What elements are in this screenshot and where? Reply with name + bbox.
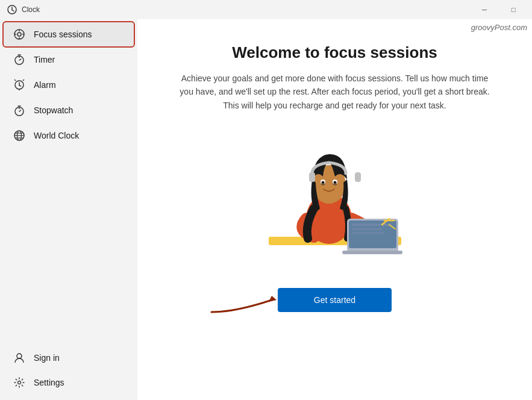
svg-point-38: [321, 181, 324, 184]
stopwatch-icon: [13, 104, 25, 116]
maximize-button[interactable]: □: [499, 0, 527, 19]
alarm-label: Alarm: [34, 80, 56, 90]
title-bar: Clock ─ □: [0, 0, 532, 19]
timer-icon: [13, 54, 25, 66]
svg-marker-51: [269, 296, 277, 302]
title-bar-controls: ─ □: [471, 0, 527, 19]
timer-label: Timer: [34, 55, 55, 64]
settings-icon: [13, 377, 25, 389]
svg-line-21: [19, 110, 21, 111]
title-bar-left: Clock: [7, 5, 40, 14]
sidebar-item-focus-sessions[interactable]: Focus sessions: [4, 22, 134, 46]
get-started-button[interactable]: Get started: [278, 288, 392, 312]
svg-line-12: [19, 59, 21, 60]
svg-rect-47: [342, 251, 402, 254]
svg-rect-46: [352, 232, 385, 234]
page-title: Welcome to focus sessions: [232, 43, 437, 62]
svg-rect-41: [355, 172, 361, 182]
alarm-icon: [13, 79, 25, 91]
stopwatch-label: Stopwatch: [34, 105, 73, 115]
sidebar-item-alarm[interactable]: Alarm: [4, 73, 134, 97]
person-icon: [13, 352, 25, 364]
nav-bottom: Sign in Settings: [0, 345, 137, 400]
sign-in-label: Sign in: [34, 353, 60, 363]
sidebar-item-timer[interactable]: Timer: [4, 48, 134, 72]
world-clock-label: World Clock: [34, 131, 79, 140]
settings-label: Settings: [34, 378, 64, 387]
svg-rect-45: [352, 228, 382, 230]
page-description: Achieve your goals and get more done wit…: [178, 72, 492, 112]
svg-rect-44: [352, 223, 391, 226]
svg-line-17: [19, 86, 21, 87]
svg-line-14: [14, 80, 16, 81]
illustration: [245, 131, 425, 264]
svg-line-2: [12, 10, 14, 11]
sidebar-item-world-clock[interactable]: World Clock: [4, 123, 134, 148]
svg-line-15: [23, 80, 24, 81]
sidebar: Focus sessions Timer: [0, 19, 137, 400]
minimize-button[interactable]: ─: [471, 0, 498, 19]
arrow-annotation: [205, 285, 284, 315]
svg-point-39: [333, 181, 336, 184]
sidebar-item-sign-in[interactable]: Sign in: [4, 346, 134, 370]
watermark: groovyPost.com: [471, 23, 527, 32]
button-area: Get started: [278, 288, 392, 312]
focus-sessions-icon: [13, 28, 25, 40]
sidebar-item-stopwatch[interactable]: Stopwatch: [4, 98, 134, 122]
svg-point-28: [18, 381, 21, 384]
app-title: Clock: [22, 5, 40, 14]
svg-rect-40: [309, 172, 315, 182]
app-container: Focus sessions Timer: [0, 19, 532, 400]
svg-point-27: [17, 354, 22, 358]
clock-icon: [7, 5, 17, 14]
focus-sessions-label: Focus sessions: [34, 30, 92, 39]
world-clock-icon: [13, 130, 25, 142]
svg-point-4: [17, 33, 21, 36]
sidebar-item-settings[interactable]: Settings: [4, 370, 134, 395]
main-content: groovyPost.com Welcome to focus sessions…: [137, 19, 532, 400]
nav-spacer: [0, 148, 137, 345]
